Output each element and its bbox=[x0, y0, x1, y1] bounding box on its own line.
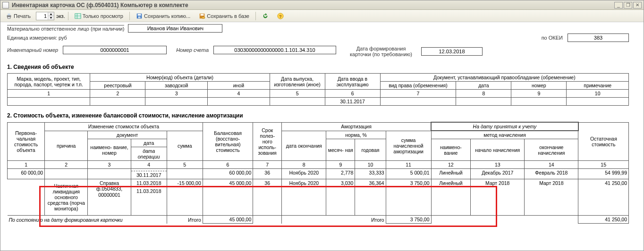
cell: 36,364 bbox=[355, 179, 386, 216]
cell bbox=[90, 98, 145, 106]
cell: Частичная ликвидация основного средства … bbox=[45, 179, 88, 216]
col-num: 15 bbox=[578, 161, 629, 169]
refresh-icon bbox=[262, 13, 269, 19]
close-button[interactable]: ✕ bbox=[633, 2, 642, 8]
cell: Ноябрь 2020 bbox=[282, 179, 326, 216]
col-num: 4 bbox=[208, 90, 270, 98]
titlebar: Инвентарная карточка ОС (ф.0504031) Комп… bbox=[0, 0, 644, 10]
col-num: 8 bbox=[456, 90, 511, 98]
cell: 60 000,00 bbox=[8, 169, 45, 179]
view-only-button[interactable]: Только просмотр bbox=[71, 11, 127, 21]
separator bbox=[255, 12, 256, 20]
col-header: примечание bbox=[567, 82, 629, 90]
toolbar: Печать ▲ ▼ экз. Только просмотр Сохранит… bbox=[0, 10, 644, 22]
cell bbox=[511, 98, 567, 106]
table-row: 60 000,00 60 000,00 36 Ноябрь 2020 2,778… bbox=[8, 169, 629, 171]
print-label: Печать bbox=[14, 13, 31, 19]
cell: 30.11.2017 bbox=[131, 171, 167, 179]
copies-spinner[interactable]: ▲ ▼ bbox=[36, 12, 54, 20]
okei-label: по ОКЕИ bbox=[542, 35, 563, 41]
svg-text:?: ? bbox=[279, 14, 281, 18]
cell bbox=[45, 169, 88, 179]
cell: Февраль 2018 bbox=[525, 169, 578, 179]
cell: 5 000,01 bbox=[386, 169, 431, 179]
help-icon: ? bbox=[277, 13, 284, 19]
table-row: Марка, модель, проект, тип, порода, пасп… bbox=[8, 74, 629, 82]
cell: 41 250,00 bbox=[578, 179, 629, 216]
inv-label: Инвентарный номер bbox=[7, 47, 58, 53]
col-num: 9 bbox=[326, 161, 355, 169]
col-num: 7 bbox=[253, 161, 282, 169]
cell bbox=[270, 98, 325, 106]
save-copy-label: Сохранить копию... bbox=[144, 13, 190, 19]
itogo-label2: Итого bbox=[282, 216, 386, 224]
save-db-label: Сохранить в базе bbox=[207, 13, 249, 19]
svg-rect-3 bbox=[75, 13, 81, 18]
section2-title: 2. Стоимость объекта, изменение балансов… bbox=[7, 112, 629, 119]
save-copy-button[interactable]: Сохранить копию... bbox=[133, 11, 194, 21]
cell: -15 000,00 bbox=[167, 179, 203, 216]
minimize-button[interactable]: _ bbox=[614, 2, 623, 8]
col-num: 2 bbox=[45, 161, 88, 169]
restore-button[interactable]: ❐ bbox=[624, 2, 632, 8]
table-row: Частичная ликвидация основного средства … bbox=[8, 179, 629, 187]
cell: Март 2018 bbox=[471, 179, 525, 216]
col-header: номер bbox=[511, 82, 567, 90]
col-num: 8 bbox=[282, 161, 326, 169]
copies-input[interactable] bbox=[36, 13, 48, 19]
refresh-button[interactable] bbox=[259, 11, 272, 21]
col-num: 3 bbox=[88, 161, 131, 169]
col-header: Марка, модель, проект, тип, порода, пасп… bbox=[8, 74, 90, 90]
cell: 11.03.2018 bbox=[131, 187, 167, 216]
col-header: окончание начисления bbox=[525, 139, 578, 161]
col-header: дата bbox=[131, 139, 167, 147]
col-header: месяч- ная bbox=[326, 139, 355, 161]
col-num: 5 bbox=[270, 90, 325, 98]
col-header: Балансовая (восстано- вительная) стоимос… bbox=[203, 122, 253, 161]
col-num: 5 bbox=[167, 161, 203, 169]
cell: 45 000,00 bbox=[203, 216, 253, 224]
col-header: вид права (обременения) bbox=[380, 82, 456, 90]
col-header: дата операции bbox=[131, 147, 167, 161]
col-header: реестровый bbox=[90, 82, 145, 90]
table-row: 1 2 3 4 5 6 7 8 9 10 bbox=[8, 90, 629, 98]
cell: Линейный bbox=[431, 179, 471, 216]
window-title: Инвентарная карточка ОС (ф.0504031) Комп… bbox=[12, 2, 613, 8]
col-num: 1 bbox=[8, 90, 90, 98]
spin-down-icon[interactable]: ▼ bbox=[48, 16, 54, 20]
acct-label: Номер счета bbox=[176, 47, 209, 53]
col-header: Изменение стоимости объекта bbox=[45, 122, 203, 131]
col-num: 3 bbox=[145, 90, 208, 98]
cell: Декабрь 2017 bbox=[471, 169, 525, 179]
responsible-label: Материально ответственное лицо (при нали… bbox=[7, 25, 124, 32]
save-db-button[interactable]: Сохранить в базе bbox=[195, 11, 253, 21]
col-header: Документ, устанавливающий правообладание… bbox=[380, 74, 628, 82]
svg-rect-9 bbox=[138, 16, 140, 18]
print-button[interactable]: Печать bbox=[2, 11, 34, 21]
table-row: Первона- чальная стоимость объекта Измен… bbox=[8, 122, 629, 131]
formdate-value: 12.03.2018 bbox=[421, 47, 483, 56]
spin-up-icon[interactable]: ▲ bbox=[48, 12, 54, 16]
svg-rect-2 bbox=[8, 17, 10, 18]
col-header: сумма bbox=[167, 131, 203, 161]
cell: 3,030 bbox=[326, 179, 355, 216]
cell bbox=[456, 98, 511, 106]
formdate-label: Дата формирования карточки (по требовани… bbox=[346, 46, 416, 57]
help-button[interactable]: ? bbox=[274, 11, 287, 21]
cell: 2,778 bbox=[326, 169, 355, 179]
section2-table: Первона- чальная стоимость объекта Измен… bbox=[7, 122, 629, 224]
document-icon bbox=[2, 2, 9, 8]
col-num: 9 bbox=[511, 90, 567, 98]
cell: Справка ф.0504833, 00000001 bbox=[88, 179, 131, 216]
cell: Март 2018 bbox=[525, 179, 578, 216]
col-header: Первона- чальная стоимость объекта bbox=[8, 122, 45, 161]
responsible-value: Иванов Иван Иванович bbox=[128, 24, 222, 33]
cell: Ноябрь 2020 bbox=[282, 169, 326, 179]
section1-table: Марка, модель, проект, тип, порода, пасп… bbox=[7, 73, 629, 106]
table-row: 30.11.2017 bbox=[8, 98, 629, 106]
floppy-icon bbox=[136, 13, 143, 19]
col-header: иной bbox=[208, 82, 270, 90]
okei-value: 383 bbox=[568, 33, 629, 42]
view-only-label: Только просмотр bbox=[83, 13, 123, 19]
cell bbox=[8, 98, 90, 106]
